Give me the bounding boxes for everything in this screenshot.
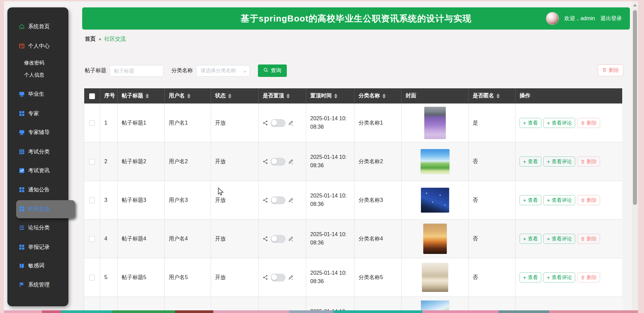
sidebar-item-label: 个人信息 bbox=[24, 72, 44, 78]
column-header-pin_time[interactable]: 置顶时间 bbox=[306, 88, 355, 104]
toggle-knob bbox=[271, 159, 277, 164]
column-header-anonymous[interactable]: 是否匿名 bbox=[469, 88, 516, 104]
table-row: 1帖子标题1用户名1开放2025-01-14 10:08:36分类名称1是+查看… bbox=[84, 104, 623, 142]
sidebar-item-label: 考试分类 bbox=[28, 148, 50, 155]
column-header-actions: 操作 bbox=[516, 88, 623, 104]
sidebar-item-6[interactable]: 专家 bbox=[7, 109, 68, 118]
sidebar-item-4[interactable]: 个人信息 bbox=[7, 71, 68, 79]
edit-pencil-icon[interactable] bbox=[288, 197, 293, 203]
sort-arrows-icon[interactable] bbox=[496, 94, 500, 98]
sort-arrows-icon[interactable] bbox=[187, 94, 191, 98]
view-comments-button[interactable]: +查看评论 bbox=[543, 156, 575, 167]
cover-image[interactable] bbox=[424, 107, 446, 139]
anonymous-cell: 否 bbox=[469, 181, 516, 220]
sidebar-item-14[interactable]: 敏感词 bbox=[7, 261, 68, 270]
delete-row-button[interactable]: 删除 bbox=[577, 234, 600, 244]
view-button[interactable]: +查看 bbox=[520, 195, 541, 205]
sort-arrows-icon[interactable] bbox=[334, 94, 337, 98]
column-header-category[interactable]: 分类名称 bbox=[355, 88, 401, 104]
sidebar-item-2[interactable]: 个人中心 bbox=[7, 42, 68, 50]
view-comments-button[interactable]: +查看评论 bbox=[543, 234, 575, 244]
grid-icon bbox=[19, 187, 25, 193]
cover-image[interactable] bbox=[421, 149, 449, 174]
sidebar-item-10[interactable]: 通知公告 bbox=[7, 185, 68, 194]
filter-bar: 帖子标题 分类名称 请选择分类名称 查询 bbox=[85, 64, 287, 77]
pin-toggle[interactable] bbox=[271, 235, 285, 243]
status-cell: 开放 bbox=[211, 142, 259, 181]
delete-row-button[interactable]: 删除 bbox=[577, 156, 600, 167]
sidebar-item-11[interactable]: 社区交流 bbox=[7, 205, 68, 213]
sort-arrows-icon[interactable] bbox=[286, 94, 290, 98]
delete-row-button[interactable]: 删除 bbox=[577, 118, 600, 128]
edit-pencil-icon[interactable] bbox=[288, 159, 293, 164]
anonymous-cell: 否 bbox=[469, 258, 516, 297]
delete-row-button[interactable]: 删除 bbox=[577, 272, 600, 282]
edit-pencil-icon[interactable] bbox=[288, 236, 293, 241]
view-button[interactable]: +查看 bbox=[520, 234, 541, 244]
edit-pencil-icon[interactable] bbox=[288, 275, 293, 280]
username-cell: 用户名1 bbox=[165, 104, 211, 142]
welcome-text: 欢迎，admin bbox=[564, 15, 595, 22]
view-comments-button[interactable]: +查看评论 bbox=[543, 195, 575, 205]
column-header-status[interactable]: 状态 bbox=[211, 88, 259, 104]
sidebar-item-15[interactable]: 系统管理 bbox=[7, 280, 68, 289]
cover-image[interactable] bbox=[421, 188, 449, 213]
edit-pencil-icon[interactable] bbox=[288, 120, 293, 126]
row-checkbox[interactable] bbox=[89, 275, 95, 280]
sort-arrows-icon[interactable] bbox=[228, 94, 231, 98]
sidebar-item-9[interactable]: 考试资讯 bbox=[7, 166, 68, 175]
username-cell: 用户名3 bbox=[165, 181, 211, 220]
delete-row-button[interactable]: 删除 bbox=[577, 195, 600, 205]
table-row: 4帖子标题4用户名4开放2025-01-14 10:08:36分类名称4否+查看… bbox=[84, 220, 623, 258]
book-icon bbox=[19, 263, 25, 269]
sidebar-item-1[interactable]: 系统首页 bbox=[7, 22, 68, 31]
user-card-icon bbox=[19, 43, 25, 49]
column-header-title[interactable]: 帖子标题 bbox=[118, 88, 165, 104]
pin-toggle[interactable] bbox=[271, 119, 285, 127]
search-button[interactable]: 查询 bbox=[258, 64, 287, 77]
bulk-delete-button[interactable]: 删除 bbox=[598, 64, 623, 76]
view-button[interactable]: +查看 bbox=[520, 272, 541, 282]
sort-arrows-icon[interactable] bbox=[382, 94, 386, 98]
search-button-label: 查询 bbox=[271, 67, 281, 74]
table-header-row: 序号帖子标题用户名状态是否置顶置顶时间分类名称封面是否匿名操作 bbox=[84, 88, 623, 104]
cover-image[interactable] bbox=[422, 263, 448, 292]
row-checkbox[interactable] bbox=[89, 236, 95, 242]
sidebar-item-7[interactable]: 专家辅导 bbox=[7, 128, 68, 137]
sidebar-item-8[interactable]: 考试分类 bbox=[7, 147, 68, 156]
sidebar-item-13[interactable]: 举报记录 bbox=[7, 243, 68, 252]
cover-image[interactable] bbox=[423, 224, 447, 254]
avatar[interactable] bbox=[546, 12, 559, 25]
sidebar-item-5[interactable]: 毕业生 bbox=[7, 90, 68, 98]
vertical-scrollbar[interactable] bbox=[632, 1, 638, 310]
view-comments-button[interactable]: +查看评论 bbox=[543, 272, 575, 282]
sidebar-item-12[interactable]: 论坛分类 bbox=[7, 223, 68, 232]
view-button[interactable]: +查看 bbox=[520, 156, 541, 167]
scroll-up-arrow-icon[interactable] bbox=[633, 4, 637, 6]
column-header-label: 序号 bbox=[104, 93, 115, 98]
view-button[interactable]: +查看 bbox=[520, 118, 541, 128]
post-title-input[interactable] bbox=[110, 65, 163, 77]
category-select[interactable]: 请选择分类名称 bbox=[196, 65, 250, 77]
row-checkbox[interactable] bbox=[89, 197, 95, 203]
pin-time-cell: 2025-01-14 10:08:36 bbox=[306, 220, 355, 258]
view-comments-button[interactable]: +查看评论 bbox=[543, 118, 575, 128]
breadcrumb-home[interactable]: 首页 bbox=[85, 36, 96, 43]
table-body: 1帖子标题1用户名1开放2025-01-14 10:08:36分类名称1是+查看… bbox=[84, 104, 623, 313]
row-checkbox[interactable] bbox=[89, 120, 95, 126]
column-header-pinned[interactable]: 是否置顶 bbox=[259, 88, 306, 104]
sidebar-item-3[interactable]: 修改密码 bbox=[7, 58, 68, 67]
row-checkbox[interactable] bbox=[89, 159, 95, 165]
scrollbar-thumb[interactable] bbox=[633, 10, 637, 205]
column-header-username[interactable]: 用户名 bbox=[165, 88, 211, 104]
select-all-checkbox[interactable] bbox=[89, 93, 95, 99]
trash-icon bbox=[602, 68, 607, 73]
pin-toggle[interactable] bbox=[271, 196, 285, 204]
trash-icon bbox=[581, 237, 585, 241]
mouse-cursor-icon bbox=[217, 187, 225, 197]
search-icon bbox=[263, 68, 268, 74]
logout-link[interactable]: 退出登录 bbox=[600, 15, 622, 22]
pin-toggle[interactable] bbox=[271, 274, 285, 281]
sort-arrows-icon[interactable] bbox=[146, 94, 149, 98]
pin-toggle[interactable] bbox=[271, 158, 285, 166]
